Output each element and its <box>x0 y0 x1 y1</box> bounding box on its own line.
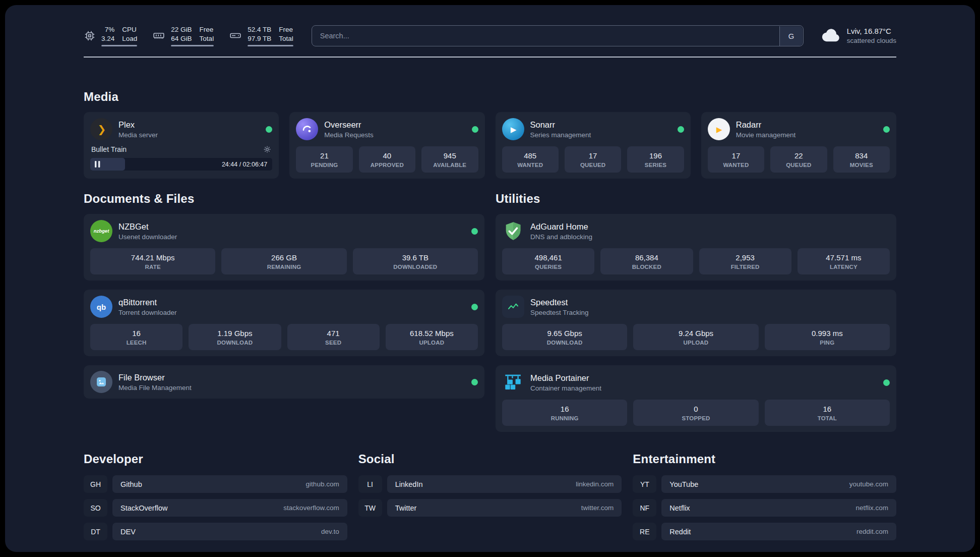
service-card-nzbget[interactable]: nzbget NZBGet Usenet downloader 744.21 M… <box>84 214 484 281</box>
stat-label: DOWNLOAD <box>547 340 583 346</box>
service-card-plex[interactable]: ❯ Plex Media server Bullet Train <box>84 112 279 179</box>
service-description: Movie management <box>736 131 796 139</box>
stat-value: 9.24 Gbps <box>679 329 713 338</box>
bookmark-pill: Reddit reddit.com <box>661 523 896 540</box>
service-card-speedtest[interactable]: Speedtest Speedtest Tracking 9.65 Gbps D… <box>496 290 896 356</box>
stat-tile: 39.6 TB DOWNLOADED <box>353 248 478 274</box>
stat-label: BLOCKED <box>632 264 661 270</box>
stat-tile: 744.21 Mbps RATE <box>90 248 215 274</box>
speedtest-graph-icon <box>502 296 524 318</box>
service-card-overseerr[interactable]: Overseerr Media Requests 21 PENDING 40 A… <box>289 112 484 179</box>
settings-gear-icon[interactable] <box>263 145 271 153</box>
bookmark-url: reddit.com <box>856 528 888 535</box>
stat-label: DOWNLOADED <box>393 264 437 270</box>
search-provider-button[interactable]: G <box>779 26 803 46</box>
now-playing-title: Bullet Train <box>91 145 127 153</box>
service-card-radarr[interactable]: ▶ Radarr Movie management 17 WANTED <box>701 112 896 179</box>
bookmark-name: YouTube <box>669 480 698 488</box>
stat-value: 498,461 <box>535 253 562 262</box>
bookmark-stackoverflow[interactable]: SO StackOverflow stackoverflow.com <box>84 499 347 517</box>
service-card-sonarr[interactable]: ▶ Sonarr Series management 485 WANTED <box>496 112 691 179</box>
stat-tile: 2,953 FILTERED <box>699 248 791 274</box>
bookmark-youtube[interactable]: YT YouTube youtube.com <box>633 475 896 493</box>
stat-value: 16 <box>823 405 831 413</box>
stat-label: STOPPED <box>682 415 710 421</box>
bookmark-url: github.com <box>306 480 339 488</box>
stat-label: UPLOAD <box>419 340 444 346</box>
stat-value: 618.52 Mbps <box>410 329 454 338</box>
stat-tile: 40 APPROVED <box>359 146 415 173</box>
stat-value: 945 <box>444 151 456 160</box>
service-description: Torrent downloader <box>118 309 177 316</box>
service-card-qbittorrent[interactable]: qb qBittorrent Torrent downloader 16 LEE… <box>84 290 484 356</box>
service-description: Media Requests <box>324 131 374 139</box>
bookmark-abbr: RE <box>633 523 656 540</box>
file-browser-icon <box>90 371 112 393</box>
status-dot-online <box>883 126 890 133</box>
hard-drive-icon <box>229 30 242 42</box>
portainer-crane-icon <box>502 371 524 394</box>
stat-value: 86,384 <box>635 253 658 262</box>
dashboard-frame: 7% 3.24 CPU Load <box>5 5 975 552</box>
bookmark-url: dev.to <box>321 528 339 535</box>
stat-value: 744.21 Mbps <box>131 253 175 262</box>
weather-condition: scattered clouds <box>847 36 896 45</box>
adguard-shield-icon <box>502 220 524 242</box>
stat-tile: 834 MOVIES <box>833 146 890 173</box>
disk-values: 52.4 TB 97.9 TB <box>248 25 271 43</box>
stat-label: QUERIES <box>535 264 562 270</box>
status-dot-online <box>471 379 478 385</box>
pause-icon[interactable] <box>95 161 100 168</box>
stat-value: 471 <box>327 329 340 338</box>
stat-tile: 0.993 ms PING <box>765 324 890 350</box>
stat-tile: 498,461 QUERIES <box>502 248 594 274</box>
stat-label: MOVIES <box>850 162 873 168</box>
bookmark-abbr: DT <box>84 523 107 540</box>
service-card-portainer[interactable]: Media Portainer Container management 16 … <box>496 365 896 432</box>
disk-labels: Free Total <box>279 25 293 43</box>
stat-tile: 17 QUEUED <box>565 146 621 173</box>
service-card-filebrowser[interactable]: File Browser Media File Management <box>84 365 484 399</box>
section-documents-files: Documents & Files nzbget NZBGet Usenet d… <box>84 192 484 399</box>
stat-tile: 945 AVAILABLE <box>421 146 478 173</box>
stat-label: LATENCY <box>830 264 858 270</box>
stat-tile: 17 WANTED <box>708 146 764 173</box>
bookmark-group-entertainment: Entertainment YT YouTube youtube.com NF … <box>633 452 896 546</box>
section-title-entertainment: Entertainment <box>633 452 896 466</box>
disk-widget: 52.4 TB 97.9 TB Free Total <box>229 25 293 46</box>
stat-label: WANTED <box>517 162 543 168</box>
stat-value: 0.993 ms <box>812 329 843 338</box>
stat-tile: 21 PENDING <box>296 146 352 173</box>
bookmark-reddit[interactable]: RE Reddit reddit.com <box>633 523 896 540</box>
stat-label: DOWNLOAD <box>217 340 253 346</box>
search-input[interactable] <box>312 25 804 46</box>
bookmark-pill: LinkedIn linkedin.com <box>387 475 622 493</box>
service-description: DNS and adblocking <box>530 233 592 241</box>
bookmark-pill: Github github.com <box>112 475 347 493</box>
stat-tile: 618.52 Mbps UPLOAD <box>386 324 478 350</box>
service-name: qBittorrent <box>118 298 177 307</box>
stat-value: 9.65 Gbps <box>547 329 582 338</box>
bookmark-netflix[interactable]: NF Netflix netflix.com <box>633 499 896 517</box>
service-description: Media File Management <box>118 384 192 392</box>
stat-value: 266 GB <box>271 253 297 262</box>
overseerr-icon <box>296 118 318 140</box>
nzbget-icon: nzbget <box>90 220 112 242</box>
bookmark-dev[interactable]: DT DEV dev.to <box>84 523 347 540</box>
service-name: Sonarr <box>530 120 591 130</box>
stat-value: 40 <box>383 151 392 160</box>
section-title-social: Social <box>358 452 622 466</box>
cpu-widget: 7% 3.24 CPU Load <box>84 25 137 46</box>
status-dot-online <box>678 126 684 133</box>
service-card-adguard[interactable]: AdGuard Home DNS and adblocking 498,461 … <box>496 214 896 281</box>
bookmark-abbr: NF <box>633 499 656 517</box>
bookmark-twitter[interactable]: TW Twitter twitter.com <box>358 499 622 517</box>
stat-value: 16 <box>561 405 569 413</box>
memory-labels: Free Total <box>200 25 214 43</box>
bookmark-linkedin[interactable]: LI LinkedIn linkedin.com <box>358 475 622 493</box>
ram-icon <box>152 30 165 42</box>
bookmark-pill: Twitter twitter.com <box>387 499 622 517</box>
memory-usage-bar <box>171 45 214 46</box>
bookmark-github[interactable]: GH Github github.com <box>84 475 347 493</box>
bookmark-name: Netflix <box>669 504 690 512</box>
